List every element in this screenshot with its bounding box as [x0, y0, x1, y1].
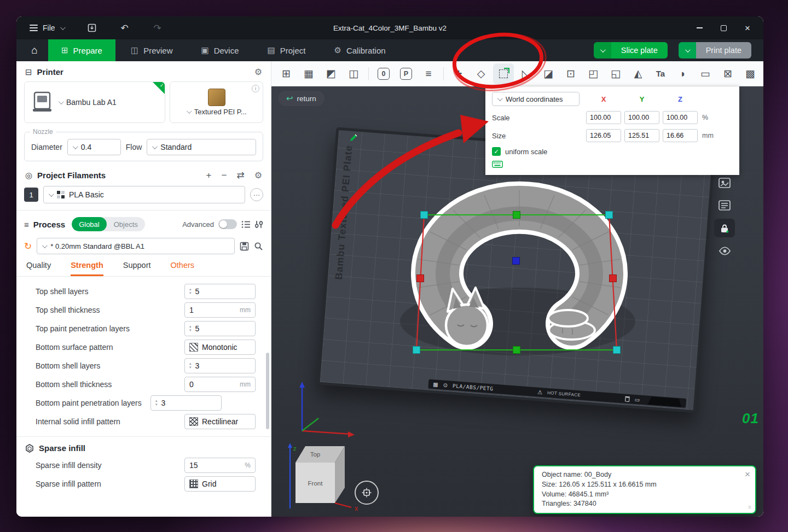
split-to-objects-icon[interactable]: ◰ [583, 63, 604, 84]
spinner-arrows[interactable]: ▴▾ [155, 399, 158, 406]
scale-z-input[interactable]: 100.00 [663, 111, 698, 124]
uniform-scale-checkbox[interactable]: ✓ [492, 147, 501, 156]
return-button[interactable]: ↩ return [278, 91, 325, 106]
filament-settings-gear-icon[interactable]: ⚙ [254, 170, 262, 180]
lock-plate-icon[interactable]: ▭ [634, 396, 640, 402]
variable-layer-height-icon[interactable]: ≡ [418, 63, 439, 84]
delete-plate-icon[interactable] [624, 396, 630, 402]
y-axis-handle[interactable] [513, 347, 520, 354]
slice-plate-button[interactable]: Slice plate [611, 42, 668, 59]
close-button[interactable]: × [737, 20, 758, 36]
print-dropdown-button[interactable] [679, 42, 696, 59]
lock-button[interactable] [714, 219, 735, 237]
slice-dropdown-button[interactable] [594, 42, 611, 59]
top-shell-layers-input[interactable]: ▴▾5 [184, 284, 256, 299]
color-paint-icon[interactable]: ◗ [673, 63, 693, 84]
save-button[interactable] [83, 20, 101, 36]
filament-select[interactable]: PLA Basic [43, 186, 245, 203]
home-button[interactable]: ⌂ [23, 39, 46, 61]
tab-others[interactable]: Others [171, 261, 195, 276]
cut-icon[interactable]: ◪ [538, 63, 559, 84]
x-axis-handle[interactable] [417, 275, 424, 282]
sparse-infill-density-input[interactable]: 15% [184, 458, 256, 473]
lay-on-face-icon[interactable]: ◺ [515, 63, 536, 84]
add-filament-button[interactable]: + [206, 171, 212, 180]
clone-icon[interactable]: ⊡ [560, 63, 581, 84]
scale-x-input[interactable]: 100.00 [586, 111, 621, 124]
process-preset-select[interactable]: * 0.20mm Standard @BBL A1 [37, 238, 235, 254]
param-filter-icon[interactable] [255, 220, 263, 229]
scale-y-input[interactable]: 100.00 [624, 111, 659, 124]
corner-handle[interactable] [421, 212, 428, 219]
zero-badge-icon[interactable]: 0 [373, 63, 394, 84]
x-axis-handle[interactable] [610, 275, 617, 282]
z-axis-handle[interactable] [513, 258, 520, 265]
file-menu-button[interactable]: File [25, 21, 68, 34]
size-y-input[interactable]: 125.51 [624, 129, 659, 142]
corner-handle[interactable] [606, 212, 613, 219]
internal-solid-infill-pattern-select[interactable]: Rectilinear [184, 414, 256, 429]
preview-eye-button[interactable] [715, 242, 734, 260]
print-plate-button[interactable]: Print plate [696, 42, 751, 59]
corner-handle[interactable] [413, 347, 420, 354]
size-x-input[interactable]: 126.05 [586, 129, 621, 142]
coordinate-system-select[interactable]: World coordinates [492, 92, 580, 106]
tab-device[interactable]: ▣Device [188, 39, 252, 61]
tab-calibration[interactable]: ⚙Calibration [321, 39, 398, 61]
plate-settings-button[interactable] [715, 174, 734, 191]
split-to-parts-icon[interactable]: ◱ [605, 63, 626, 84]
auto-arrange-icon[interactable]: ▦ [298, 63, 319, 84]
sparse-infill-pattern-select[interactable]: Grid [184, 476, 256, 492]
tab-prepare[interactable]: ⊞Prepare [48, 39, 115, 61]
spinner-arrows[interactable]: ▴▾ [189, 288, 192, 295]
support-paint-icon[interactable]: ⊠ [717, 63, 738, 84]
keyboard-icon[interactable] [492, 161, 503, 168]
flow-select[interactable]: Standard [147, 139, 256, 155]
printer-settings-gear-icon[interactable]: ⚙ [254, 67, 262, 77]
view-control-button[interactable] [355, 481, 379, 505]
objects-option[interactable]: Objects [107, 217, 145, 231]
undo-button[interactable]: ↶ [115, 20, 134, 36]
bottom-shell-thickness-input[interactable]: 0mm [184, 377, 256, 392]
advanced-toggle[interactable] [218, 219, 237, 229]
param-list-icon[interactable] [241, 220, 251, 229]
corner-handle[interactable] [613, 347, 621, 354]
auto-orient-icon[interactable]: ◩ [321, 63, 341, 84]
top-paint-penetration-layers-input[interactable]: ▴▾5 [184, 321, 256, 336]
seam-paint-icon[interactable]: ▩ [740, 63, 761, 84]
printer-card[interactable]: Bambu Lab A1 ✓ [24, 81, 165, 123]
spinner-arrows[interactable]: ▴▾ [189, 325, 192, 332]
p-badge-icon[interactable]: P [396, 63, 416, 84]
plate-list-button[interactable] [715, 196, 734, 214]
search-preset-icon[interactable] [254, 242, 263, 251]
measure-icon[interactable]: ▭ [695, 63, 716, 84]
bottom-shell-layers-input[interactable]: ▴▾3 [184, 358, 256, 373]
plate-edit-icon[interactable] [349, 133, 358, 143]
sync-filament-icon[interactable]: ⇄ [236, 171, 244, 180]
mesh-boolean-icon[interactable]: ◭ [628, 63, 648, 84]
reset-preset-icon[interactable]: ↻ [24, 241, 32, 252]
minimize-button[interactable] [689, 20, 710, 36]
redo-button[interactable]: ↷ [148, 20, 167, 36]
y-axis-handle[interactable] [513, 212, 520, 219]
save-preset-icon[interactable] [240, 242, 249, 251]
text-tool-icon[interactable]: Ta [650, 63, 671, 84]
maximize-button[interactable] [713, 20, 734, 36]
add-object-icon[interactable]: ⊞ [276, 63, 297, 84]
tab-quality[interactable]: Quality [26, 261, 51, 276]
size-z-input[interactable]: 16.66 [663, 129, 698, 142]
nozzle-diameter-select[interactable]: 0.4 [67, 139, 121, 155]
tab-project[interactable]: ▤Project [254, 39, 319, 61]
move-icon[interactable]: + [448, 63, 469, 84]
tab-support[interactable]: Support [123, 261, 151, 276]
tab-strength[interactable]: Strength [71, 261, 103, 276]
tab-preview[interactable]: ◫Preview [118, 39, 186, 61]
bottom-surface-pattern-select[interactable]: Monotonic [184, 340, 256, 355]
spinner-arrows[interactable]: ▴▾ [189, 362, 192, 369]
close-icon[interactable]: × [745, 470, 750, 479]
remove-filament-button[interactable]: − [221, 171, 227, 180]
bottom-paint-penetration-layers-input[interactable]: ▴▾3 [150, 395, 222, 411]
filament-more-button[interactable]: … [250, 188, 263, 201]
scale-icon[interactable] [493, 63, 514, 84]
top-shell-thickness-input[interactable]: 1mm [184, 302, 256, 318]
